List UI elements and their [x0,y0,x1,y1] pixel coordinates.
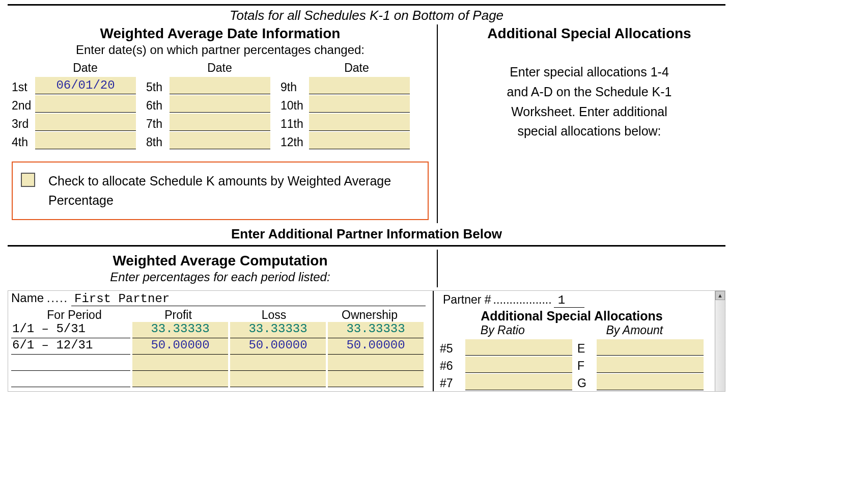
partner-num-value[interactable]: 1 [554,293,584,308]
date-label-12th: 12th [281,136,309,149]
comp-row [8,355,429,371]
loss-cell[interactable]: 33.33333 [230,322,326,338]
date-input-9[interactable] [309,77,410,94]
totals-subtitle: Totals for all Schedules K-1 on Bottom o… [8,8,725,23]
profit-cell[interactable] [132,371,228,387]
date-label-7th: 7th [146,117,170,131]
loss-cell[interactable]: 50.00000 [230,338,326,355]
additional-alloc-heading: Additional Special Allocations [453,25,725,42]
alloc-label-6: #6 [440,359,460,373]
ownership-cell[interactable] [328,355,424,371]
date-label-9th: 9th [281,80,309,94]
date-label-8th: 8th [146,136,170,149]
alloc-label-E: E [577,342,592,356]
date-input-7[interactable] [170,114,270,131]
date-label-11th: 11th [281,117,309,131]
ownership-cell[interactable] [328,371,424,387]
partner-info-scroll: ▲ Name ..... First Partner For Period Pr… [8,290,725,392]
alloc-sub-amount: By Amount [606,323,663,337]
alloc-ratio-7[interactable] [465,374,572,390]
alloc-line-3: Worksheet. Enter additional [453,102,725,122]
profit-cell[interactable]: 33.33333 [132,322,228,338]
date-input-8[interactable] [170,132,270,149]
partner-name-value[interactable]: First Partner [71,292,426,306]
alloc-sub-ratio: By Ratio [481,323,525,337]
period-cell[interactable] [11,355,130,371]
alloc-label-5: #5 [440,342,460,356]
allocate-checkbox[interactable] [21,173,35,187]
date-label-10th: 10th [281,99,309,113]
comp-sub: Enter percentages for each period listed… [8,270,433,284]
date-input-2[interactable] [35,95,136,113]
alloc-line-4: special allocations below: [453,121,725,141]
partner-num-label: Partner # [443,293,491,307]
col-head-ownership: Ownership [322,308,417,322]
date-label-1st: 1st [12,80,35,94]
date-input-12[interactable] [309,132,410,149]
date-label-2nd: 2nd [12,99,35,113]
date-input-6[interactable] [170,95,270,113]
ownership-cell[interactable]: 50.00000 [328,338,424,355]
alloc-row: #5 E [440,339,704,356]
alloc-row: #7 G [440,374,704,390]
date-instruction: Enter date(s) on which partner percentag… [8,43,433,57]
comp-row: 1/1 – 5/31 33.33333 33.33333 33.33333 [8,322,429,338]
weighted-avg-date-heading: Weighted Average Date Information [8,25,433,42]
comp-row: 6/1 – 12/31 50.00000 50.00000 50.00000 [8,338,429,355]
col-head-loss: Loss [226,308,322,322]
alloc-line-2: and A-D on the Schedule K-1 [453,82,725,102]
additional-alloc-text: Enter special allocations 1-4 and A-D on… [453,62,725,141]
date-col-header: Date [12,61,136,75]
alloc-ratio-5[interactable] [465,339,572,356]
date-label-5th: 5th [146,80,170,94]
scrollbar[interactable]: ▲ [715,291,725,391]
dots: .................. [491,293,554,307]
date-label-6th: 6th [146,99,170,113]
alloc-ratio-6[interactable] [465,357,572,373]
col-head-profit: Profit [130,308,226,322]
date-col-header: Date [146,61,270,75]
date-col-header: Date [281,61,410,75]
alloc-amount-E[interactable] [597,339,704,356]
alloc-heading: Additional Special Allocations [440,309,704,323]
loss-cell[interactable] [230,355,326,371]
loss-cell[interactable] [230,371,326,387]
date-input-1[interactable] [35,77,136,94]
date-grid: Date 1st 2nd 3rd 4th Date 5th 6th 7th 8t… [8,61,433,150]
allocate-highlight-box: Check to allocate Schedule K amounts by … [12,161,429,220]
weighted-avg-comp-heading: Weighted Average Computation [8,253,433,269]
date-input-10[interactable] [309,95,410,113]
period-cell[interactable]: 1/1 – 5/31 [11,322,130,338]
period-cell[interactable]: 6/1 – 12/31 [11,338,130,355]
alloc-label-7: #7 [440,376,460,390]
alloc-amount-G[interactable] [597,374,704,390]
date-label-3rd: 3rd [12,117,35,131]
profit-cell[interactable] [132,355,228,371]
mid-rule [8,245,725,247]
alloc-row: #6 F [440,357,704,373]
date-input-5[interactable] [170,77,270,94]
dots: ..... [44,291,71,305]
period-cell[interactable] [11,371,130,387]
date-input-3[interactable] [35,114,136,131]
name-label: Name [11,291,44,305]
alloc-label-F: F [577,359,592,373]
profit-cell[interactable]: 50.00000 [132,338,228,355]
col-head-period: For Period [18,308,130,322]
enter-additional-heading: Enter Additional Partner Information Bel… [8,226,725,242]
date-input-11[interactable] [309,114,410,131]
comp-row [8,371,429,387]
scroll-up-icon[interactable]: ▲ [715,291,725,300]
alloc-line-1: Enter special allocations 1-4 [453,62,725,82]
ownership-cell[interactable]: 33.33333 [328,322,424,338]
top-rule [8,4,725,6]
alloc-amount-F[interactable] [597,357,704,373]
date-input-4[interactable] [35,132,136,149]
alloc-label-G: G [577,376,592,390]
date-label-4th: 4th [12,136,35,149]
allocate-checkbox-label: Check to allocate Schedule K amounts by … [48,172,418,210]
